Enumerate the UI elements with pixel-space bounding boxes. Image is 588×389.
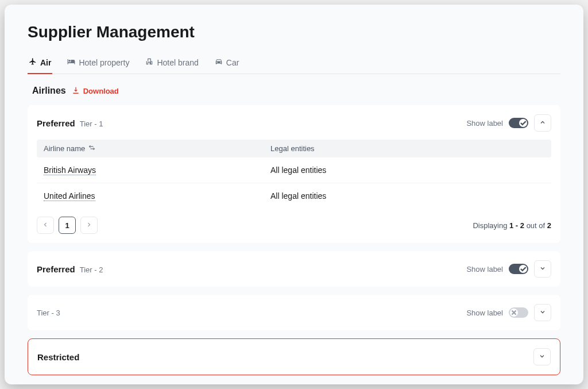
tier-right: Show label	[466, 114, 551, 132]
table-row: British Airways All legal entities	[37, 157, 551, 183]
chevron-left-icon	[42, 220, 49, 230]
airline-name-cell: United Airlines	[44, 191, 270, 201]
pagination: 1 Displaying 1 - 2 out of 2	[37, 217, 551, 234]
tab-label: Hotel brand	[157, 58, 198, 67]
tier-header: Preferred Tier - 1 Show label	[37, 114, 551, 132]
tier-label: Tier - 2	[80, 265, 103, 274]
tier-card-2: Preferred Tier - 2 Show label	[28, 251, 560, 287]
show-label-toggle[interactable]	[509, 264, 528, 274]
chevron-down-icon	[539, 264, 546, 274]
toggle-knob	[510, 309, 518, 317]
airlines-table: Airline name Legal entities British Airw…	[37, 140, 551, 209]
bed-icon	[67, 57, 75, 67]
tier-left: Tier - 3	[37, 309, 60, 317]
display-prefix: Displaying	[473, 221, 509, 230]
prev-page-button[interactable]	[37, 217, 54, 234]
legal-entities-cell: All legal entities	[270, 191, 544, 201]
download-button[interactable]: Download	[72, 86, 119, 96]
tier-card-1: Preferred Tier - 1 Show label	[28, 105, 560, 243]
tab-car[interactable]: Car	[214, 53, 241, 74]
out-of-text: out of	[524, 221, 547, 230]
chevron-up-icon	[539, 118, 546, 128]
airline-name-cell: British Airways	[44, 165, 270, 175]
toggle-knob	[519, 265, 527, 273]
airplane-icon	[29, 57, 37, 67]
display-range: 1 - 2	[509, 221, 524, 230]
column-legal-entities: Legal entities	[270, 144, 544, 153]
tier-name: Preferred	[37, 118, 75, 128]
table-header: Airline name Legal entities	[37, 140, 551, 157]
chevron-right-icon	[86, 220, 92, 230]
tier-right: Show label	[466, 260, 551, 278]
tab-hotel-property[interactable]: Hotel property	[66, 53, 130, 74]
tier-left: Restricted	[37, 352, 79, 362]
tabs-bar: Air Hotel property Hotel brand Car	[28, 53, 560, 74]
restricted-card: Restricted	[28, 338, 560, 375]
tier-label: Tier - 3	[37, 309, 60, 317]
section-title: Airlines	[32, 86, 66, 96]
sort-icon	[88, 144, 95, 153]
airline-link[interactable]: British Airways	[44, 165, 96, 175]
show-label-text: Show label	[466, 265, 503, 274]
toggle-knob	[519, 119, 527, 127]
show-label-text: Show label	[466, 309, 503, 317]
column-label: Legal entities	[270, 144, 315, 153]
collapse-button[interactable]	[534, 114, 551, 132]
expand-button[interactable]	[534, 260, 551, 278]
tier-right	[533, 348, 551, 365]
tier-name: Preferred	[37, 264, 75, 274]
tab-label: Air	[40, 58, 51, 67]
page-number[interactable]: 1	[59, 217, 76, 234]
pagination-controls: 1	[37, 217, 98, 234]
legal-entities-cell: All legal entities	[270, 165, 544, 175]
app-window: Supplier Management Air Hotel property H…	[5, 5, 583, 384]
tier-label: Tier - 1	[80, 120, 103, 128]
restricted-name: Restricted	[37, 352, 79, 362]
tab-label: Hotel property	[79, 58, 129, 67]
expand-button[interactable]	[534, 304, 551, 321]
chevron-down-icon	[539, 352, 546, 362]
show-label-toggle[interactable]	[509, 118, 528, 128]
display-total: 2	[547, 221, 551, 230]
tier-header: Preferred Tier - 2 Show label	[37, 260, 551, 278]
tier-left: Preferred Tier - 1	[37, 118, 103, 128]
table-row: United Airlines All legal entities	[37, 183, 551, 209]
chevron-down-icon	[539, 307, 546, 318]
download-label: Download	[83, 87, 119, 95]
page-title: Supplier Management	[28, 23, 560, 41]
car-icon	[215, 57, 223, 67]
pagination-summary: Displaying 1 - 2 out of 2	[473, 221, 551, 230]
building-icon	[145, 57, 153, 67]
column-airline-name[interactable]: Airline name	[44, 144, 270, 153]
expand-button[interactable]	[533, 348, 551, 365]
tab-hotel-brand[interactable]: Hotel brand	[144, 53, 199, 74]
tier-card-3: Tier - 3 Show label	[28, 295, 560, 330]
tier-left: Preferred Tier - 2	[37, 264, 103, 274]
section-header: Airlines Download	[32, 86, 556, 96]
download-icon	[72, 86, 80, 96]
airline-link[interactable]: United Airlines	[44, 191, 95, 201]
tier-header: Restricted	[37, 348, 551, 365]
column-label: Airline name	[44, 144, 85, 153]
tier-right: Show label	[466, 304, 551, 321]
next-page-button[interactable]	[80, 217, 98, 234]
tier-header: Tier - 3 Show label	[37, 304, 551, 321]
tab-air[interactable]: Air	[28, 53, 52, 74]
show-label-toggle[interactable]	[509, 307, 528, 318]
tab-label: Car	[226, 58, 239, 67]
show-label-text: Show label	[466, 119, 503, 128]
